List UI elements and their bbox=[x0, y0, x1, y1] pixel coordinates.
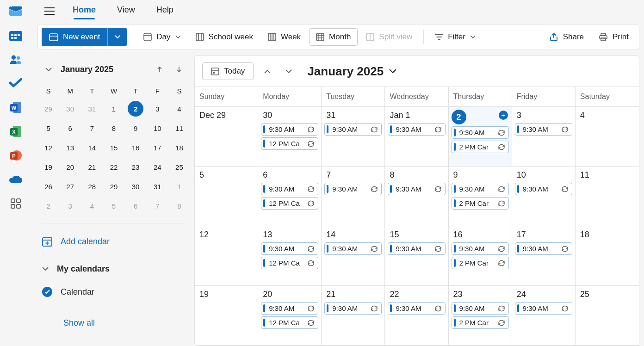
mini-cal-day[interactable]: 2 bbox=[125, 99, 147, 118]
calendar-event[interactable]: 2 PM Car bbox=[452, 141, 509, 153]
calendar-event[interactable]: 9:30 AM bbox=[388, 302, 445, 315]
calendar-event[interactable]: 9:30 AM bbox=[324, 302, 382, 315]
mini-cal-day[interactable]: 27 bbox=[59, 177, 81, 196]
calendar-cell[interactable]: 19 bbox=[195, 286, 258, 346]
calendar-event[interactable]: 9:30 AM bbox=[515, 183, 572, 195]
mini-cal-day[interactable]: 24 bbox=[147, 157, 168, 177]
calendar-event[interactable]: 12 PM Ca bbox=[261, 257, 318, 269]
calendar-event[interactable]: 9:30 AM bbox=[452, 126, 509, 139]
mini-cal-day[interactable]: 17 bbox=[147, 138, 168, 157]
calendar-event[interactable]: 12 PM Ca bbox=[261, 137, 318, 150]
mini-cal-day[interactable]: 29 bbox=[37, 99, 59, 118]
mail-icon[interactable] bbox=[9, 5, 22, 18]
mini-cal-day[interactable]: 11 bbox=[168, 118, 190, 138]
more-apps-icon[interactable] bbox=[9, 197, 22, 210]
mini-cal-day[interactable]: 4 bbox=[168, 99, 190, 118]
mini-cal-day[interactable]: 13 bbox=[59, 138, 81, 157]
mini-cal-day[interactable]: 7 bbox=[81, 118, 103, 138]
print-button[interactable]: Print bbox=[592, 29, 635, 45]
mini-cal-day[interactable]: 8 bbox=[168, 196, 190, 216]
calendar-event[interactable]: 9:30 AM bbox=[388, 123, 445, 136]
mini-cal-day[interactable]: 12 bbox=[37, 138, 59, 157]
calendar-cell[interactable]: 159:30 AM bbox=[385, 226, 448, 286]
calendar-item[interactable]: Calendar bbox=[37, 282, 190, 302]
mini-cal-day[interactable]: 21 bbox=[81, 157, 103, 177]
calendar-cell[interactable]: 149:30 AM bbox=[322, 226, 385, 286]
mini-cal-day[interactable]: 29 bbox=[103, 177, 124, 196]
calendar-event[interactable]: 12 PM Ca bbox=[261, 316, 318, 329]
mini-cal-day[interactable]: 7 bbox=[147, 196, 168, 216]
my-calendars-section[interactable]: My calendars bbox=[37, 260, 190, 278]
mini-cal-day[interactable]: 20 bbox=[59, 157, 81, 177]
mini-cal-day[interactable]: 2 bbox=[37, 196, 59, 216]
calendar-cell[interactable]: 209:30 AM 12 PM Ca bbox=[258, 286, 322, 346]
calendar-cell[interactable]: 169:30 AM 2 PM Car bbox=[449, 226, 512, 286]
mini-cal-day[interactable]: 1 bbox=[103, 99, 124, 118]
week-view-button[interactable]: Week bbox=[261, 29, 307, 45]
calendar-event[interactable]: 9:30 AM bbox=[324, 123, 382, 136]
mini-cal-day[interactable]: 23 bbox=[125, 157, 147, 177]
mini-cal-day[interactable]: 5 bbox=[103, 196, 124, 216]
calendar-cell[interactable]: Dec 29 bbox=[195, 107, 258, 167]
calendar-cell[interactable]: 12 bbox=[195, 226, 258, 286]
calendar-cell[interactable]: 219:30 AM bbox=[322, 286, 385, 346]
calendar-event[interactable]: 2 PM Car bbox=[452, 316, 509, 329]
add-event-quick-button[interactable]: + bbox=[499, 111, 508, 120]
mini-cal-day[interactable]: 31 bbox=[81, 99, 103, 118]
mini-cal-prev[interactable] bbox=[152, 62, 167, 77]
calendar-event[interactable]: 12 PM Ca bbox=[261, 197, 318, 210]
mini-cal-day[interactable]: 18 bbox=[168, 138, 190, 157]
calendar-cell[interactable]: 11 bbox=[576, 167, 639, 226]
calendar-cell[interactable]: 18 bbox=[576, 226, 639, 286]
calendar-cell[interactable]: 69:30 AM 12 PM Ca bbox=[258, 167, 322, 226]
mini-cal-collapse[interactable] bbox=[41, 62, 56, 77]
new-event-button[interactable]: New event bbox=[42, 28, 107, 46]
calendar-cell[interactable]: 25 bbox=[576, 286, 639, 346]
calendar-cell[interactable]: 79:30 AM bbox=[322, 167, 385, 226]
hamburger-button[interactable] bbox=[44, 6, 55, 17]
mini-cal-day[interactable]: 28 bbox=[81, 177, 103, 196]
calendar-event[interactable]: 9:30 AM bbox=[388, 183, 445, 195]
calendar-cell[interactable]: 249:30 AM bbox=[512, 286, 576, 346]
mini-cal-day[interactable]: 26 bbox=[37, 177, 59, 196]
calendar-event[interactable]: 9:30 AM bbox=[261, 242, 318, 255]
mini-cal-day[interactable]: 5 bbox=[37, 118, 59, 138]
mini-cal-day[interactable]: 9 bbox=[125, 118, 147, 138]
calendar-cell[interactable]: 239:30 AM 2 PM Car bbox=[449, 286, 512, 346]
calendar-event[interactable]: 9:30 AM bbox=[515, 302, 572, 315]
calendar-event[interactable]: 9:30 AM bbox=[515, 242, 572, 255]
calendar-cell[interactable]: 5 bbox=[195, 167, 258, 226]
calendar-event[interactable]: 9:30 AM bbox=[452, 183, 509, 195]
excel-icon[interactable]: X bbox=[9, 125, 22, 138]
people-icon[interactable] bbox=[9, 53, 22, 66]
mini-cal-day[interactable]: 25 bbox=[168, 157, 190, 177]
new-event-dropdown[interactable] bbox=[107, 28, 127, 46]
calendar-icon[interactable] bbox=[9, 29, 22, 42]
tab-home[interactable]: Home bbox=[73, 5, 96, 18]
mini-cal-day[interactable]: 19 bbox=[37, 157, 59, 177]
add-calendar-button[interactable]: Add calendar bbox=[37, 233, 190, 250]
mini-cal-day[interactable]: 4 bbox=[81, 196, 103, 216]
month-view-button[interactable]: Month bbox=[309, 28, 358, 46]
calendar-cell[interactable]: 309:30 AM 12 PM Ca bbox=[258, 107, 322, 167]
calendar-cell[interactable]: 99:30 AM 2 PM Car bbox=[449, 167, 512, 226]
calendar-event[interactable]: 9:30 AM bbox=[515, 123, 572, 136]
mini-cal-day[interactable]: 22 bbox=[103, 157, 124, 177]
mini-cal-day[interactable]: 3 bbox=[59, 196, 81, 216]
mini-cal-day[interactable]: 30 bbox=[59, 99, 81, 118]
tab-view[interactable]: View bbox=[117, 5, 135, 18]
calendar-cell[interactable]: 179:30 AM bbox=[512, 226, 576, 286]
onedrive-icon[interactable] bbox=[9, 173, 22, 186]
calendar-cell[interactable]: 229:30 AM bbox=[385, 286, 448, 346]
mini-cal-day[interactable]: 1 bbox=[168, 177, 190, 196]
calendar-cell[interactable]: 109:30 AM bbox=[512, 167, 576, 226]
filter-button[interactable]: Filter bbox=[428, 29, 482, 45]
today-button[interactable]: Today bbox=[202, 62, 254, 80]
mini-cal-day[interactable]: 6 bbox=[125, 196, 147, 216]
calendar-cell[interactable]: 39:30 AM bbox=[512, 107, 576, 167]
mini-cal-next[interactable] bbox=[172, 62, 186, 77]
show-all-button[interactable]: Show all bbox=[37, 312, 190, 334]
mini-cal-day[interactable]: 16 bbox=[125, 138, 147, 157]
mini-cal-day[interactable]: 10 bbox=[147, 118, 168, 138]
mini-cal-day[interactable]: 14 bbox=[81, 138, 103, 157]
